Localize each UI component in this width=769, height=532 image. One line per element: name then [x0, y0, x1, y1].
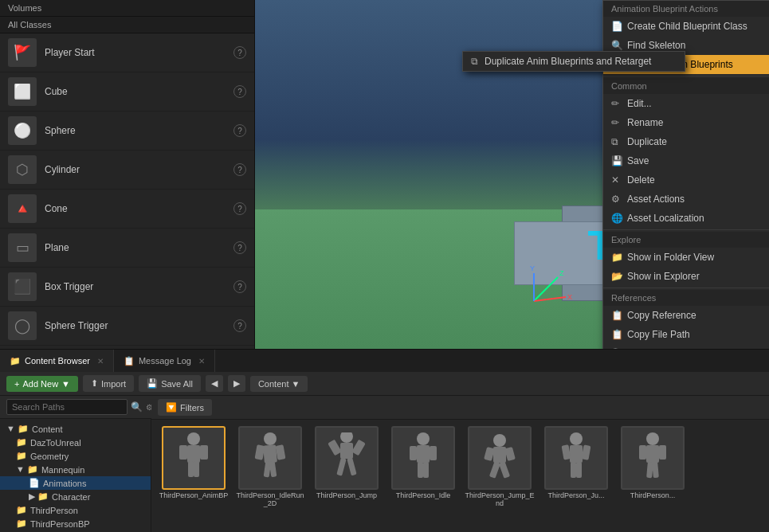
- place-item-sphere-trigger[interactable]: ◯ Sphere Trigger ?: [0, 307, 254, 346]
- ctx-copy-reference[interactable]: 📋 Copy Reference: [603, 306, 769, 325]
- third-person-folder-icon: 📁: [16, 505, 27, 515]
- asset-item-jump-end[interactable]: ThirdPerson_Jump_End: [464, 426, 536, 507]
- daz-folder-icon: 📁: [16, 437, 27, 448]
- ctx-duplicate[interactable]: ⧉ Duplicate Ctrl+W: [603, 132, 769, 151]
- ctx-asset-localization[interactable]: 🌐 Asset Localization ▶: [603, 209, 769, 228]
- svg-rect-58: [646, 445, 659, 463]
- ctx-save-label: Save: [627, 155, 768, 166]
- player-start-help[interactable]: ?: [233, 46, 246, 59]
- tree-animations-label: Animations: [43, 479, 86, 488]
- asset-thumb-jump: [315, 426, 379, 490]
- submenu-duplicate-retarget[interactable]: ⧉ Duplicate Anim Blueprints and Retarget: [463, 52, 685, 71]
- root-folder-icon: ▼ 📁: [6, 424, 29, 434]
- tab-content-browser[interactable]: 📁 Content Browser ✕: [0, 350, 114, 372]
- ctx-save[interactable]: 💾 Save Ctrl+S: [603, 151, 769, 170]
- ctx-asset-actions-label: Asset Actions: [627, 194, 769, 205]
- tree-mannequin[interactable]: ▼ 📁 Mannequin: [0, 463, 151, 476]
- tree-third-person-bp[interactable]: 📁 ThirdPersonBP: [0, 517, 151, 530]
- content-browser-tab-close[interactable]: ✕: [97, 357, 104, 366]
- tab-message-log[interactable]: 📋 Message Log ✕: [114, 350, 215, 372]
- place-item-box-trigger[interactable]: ⬛ Box Trigger ?: [0, 268, 254, 307]
- cylinder-help[interactable]: ?: [233, 163, 246, 176]
- app-container: Volumes All Classes 🚩 Player Start ? ⬜ C…: [0, 0, 769, 532]
- sphere-trigger-help[interactable]: ?: [233, 319, 246, 332]
- asset-item-7[interactable]: ThirdPerson...: [617, 426, 689, 507]
- create-child-icon: 📄: [611, 21, 627, 32]
- ctx-copy-file-path-label: Copy File Path: [627, 329, 769, 340]
- search-input[interactable]: [6, 399, 128, 415]
- svg-rect-43: [418, 462, 423, 478]
- ctx-edit-label: Edit...: [627, 98, 769, 109]
- filters-button[interactable]: 🔽 Filters: [158, 399, 212, 416]
- import-button[interactable]: ⬆ Import: [83, 375, 134, 392]
- message-log-tab-close[interactable]: ✕: [198, 357, 205, 366]
- assets-area: 🔽 Filters: [151, 396, 769, 532]
- volumes-label: Volumes: [8, 3, 41, 13]
- viewport[interactable]: Third W Z X Y DAZ3D打印 DAZ3DDL.COM: [255, 0, 769, 349]
- edit-icon: ✏: [611, 98, 627, 109]
- separator-3: [603, 288, 769, 288]
- ctx-create-child[interactable]: 📄 Create Child Blueprint Class: [603, 17, 769, 36]
- delete-icon: ✕: [611, 174, 627, 186]
- place-item-cylinder[interactable]: ⬡ Cylinder ?: [0, 151, 254, 190]
- save-all-button[interactable]: 💾 Save All: [139, 375, 201, 392]
- place-item-cube[interactable]: ⬜ Cube ?: [0, 72, 254, 111]
- search-bar: 🔍 ⚙: [0, 396, 151, 419]
- box-trigger-icon: ⬛: [8, 272, 37, 301]
- ctx-show-folder[interactable]: 📁 Show in Folder View Ctrl+B: [603, 248, 769, 267]
- place-item-cone[interactable]: 🔺 Cone ?: [0, 190, 254, 229]
- place-item-sphere[interactable]: ⚪ Sphere ?: [0, 111, 254, 151]
- asset-item-idle[interactable]: ThirdPerson_Idle: [387, 426, 459, 507]
- cube-help[interactable]: ?: [233, 85, 246, 98]
- tree-geometry[interactable]: 📁 Geometry: [0, 449, 151, 463]
- tree-third-person[interactable]: 📁 ThirdPerson: [0, 503, 151, 517]
- cone-help[interactable]: ?: [233, 202, 246, 215]
- content-button[interactable]: Content ▼: [250, 376, 308, 392]
- nav-forward-button[interactable]: ▶: [228, 375, 245, 392]
- nav-back-button[interactable]: ◀: [206, 375, 223, 392]
- svg-point-21: [187, 432, 200, 445]
- animations-folder-icon: 📄: [29, 478, 40, 488]
- svg-rect-52: [570, 445, 583, 463]
- svg-point-39: [417, 432, 430, 445]
- save-icon: 💾: [611, 155, 627, 166]
- ctx-header-references: References: [603, 290, 769, 306]
- ctx-rename[interactable]: ✏ Rename F2: [603, 113, 769, 132]
- player-start-label: Player Start: [45, 47, 233, 58]
- svg-rect-42: [430, 446, 437, 460]
- box-trigger-label: Box Trigger: [45, 281, 233, 292]
- asset-item-idle-run[interactable]: ThirdPerson_IdleRun_2D: [234, 426, 306, 507]
- ctx-edit[interactable]: ✏ Edit...: [603, 94, 769, 113]
- svg-rect-23: [179, 445, 187, 460]
- place-item-player-start[interactable]: 🚩 Player Start ?: [0, 33, 254, 72]
- asset-label-6: ThirdPerson_Ju...: [547, 491, 604, 499]
- ctx-rename-label: Rename: [627, 117, 769, 128]
- assets-toolbar: 🔽 Filters: [151, 396, 769, 420]
- asset-item-6[interactable]: ThirdPerson_Ju...: [540, 426, 612, 507]
- sphere-help[interactable]: ?: [233, 124, 246, 137]
- svg-rect-26: [194, 461, 199, 477]
- svg-rect-24: [200, 445, 208, 460]
- ctx-show-explorer[interactable]: 📂 Show in Explorer: [603, 267, 769, 286]
- asset-label-7: ThirdPerson...: [630, 491, 676, 499]
- add-new-button[interactable]: + Add New ▼: [6, 376, 78, 392]
- plane-help[interactable]: ?: [233, 241, 246, 254]
- svg-line-16: [534, 297, 566, 301]
- place-item-plane[interactable]: ▭ Plane ?: [0, 229, 254, 268]
- ctx-delete[interactable]: ✕ Delete Delete: [603, 170, 769, 190]
- tree-root[interactable]: ▼ 📁 Content: [0, 422, 151, 436]
- content-browser-tab-icon: 📁: [10, 356, 21, 366]
- ctx-copy-file-path[interactable]: 📋 Copy File Path: [603, 325, 769, 344]
- box-trigger-help[interactable]: ?: [233, 280, 246, 293]
- ctx-reference-viewer[interactable]: 🔍 Reference Viewer... Alt+Shift+R: [603, 344, 769, 349]
- svg-rect-36: [351, 439, 366, 456]
- asset-item-jump[interactable]: ThirdPerson_Jump: [311, 426, 383, 507]
- asset-item-anim-bp[interactable]: ThirdPerson_AnimBP: [158, 426, 230, 507]
- separator-2: [603, 229, 769, 230]
- tree-daz-to-unreal[interactable]: 📁 DazToUnreal: [0, 436, 151, 449]
- svg-rect-30: [276, 444, 286, 460]
- ctx-asset-actions[interactable]: ⚙ Asset Actions ▶: [603, 190, 769, 209]
- tree-character[interactable]: ▶ 📁 Character: [0, 490, 151, 503]
- ctx-asset-localization-label: Asset Localization: [627, 213, 769, 224]
- tree-animations[interactable]: 📄 Animations: [0, 476, 151, 490]
